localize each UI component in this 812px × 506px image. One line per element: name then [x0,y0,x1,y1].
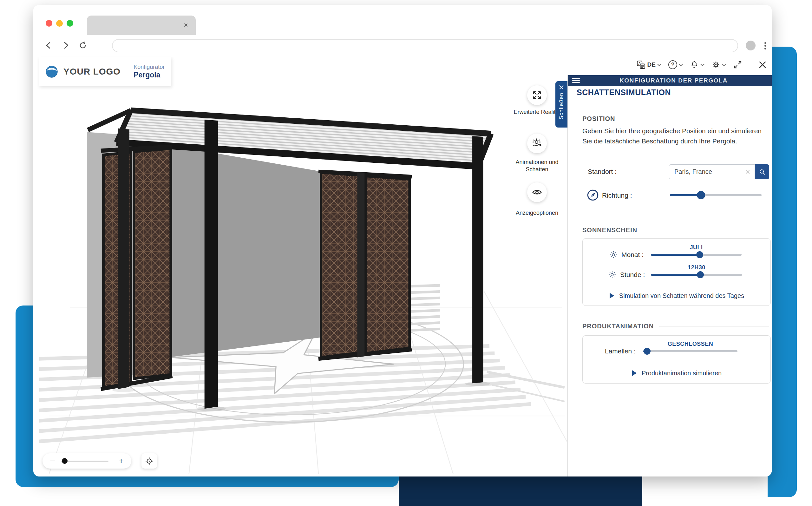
logo-text: YOUR LOGO [64,67,120,77]
simulate-shadows-button[interactable]: Simulation von Schatten während des Tage… [583,289,771,303]
brand-logo-icon [44,64,59,79]
back-button[interactable] [43,40,54,51]
settings-menu[interactable] [711,60,725,69]
gear-icon [711,60,720,69]
product-animation-card: Lamellen : GESCHLOSSEN Produktanimation … [582,335,771,384]
sun-shadow-icon [532,138,542,149]
bell-icon [690,60,699,69]
ar-expand-icon [532,90,542,101]
display-options-button[interactable] [527,182,547,202]
divider [587,284,766,284]
month-slider[interactable]: JULI [651,254,742,256]
zoom-controls: − + [42,453,131,469]
language-label: DE [647,61,656,68]
lattice-panels-right [319,171,412,359]
location-label: Standort : [588,168,617,175]
chevron-down-icon [700,62,705,66]
direction-slider-thumb[interactable] [697,191,705,199]
augmented-reality-button[interactable] [527,85,547,105]
logo-card: YOUR LOGO Konfigurator Pergola [39,57,171,86]
address-bar[interactable] [112,39,738,52]
slider-fill [651,254,700,256]
menu-icon[interactable] [572,78,580,83]
slider-fill [670,194,701,196]
simulate-product-animation-label: Produktanimation simulieren [642,369,722,377]
month-value: JULI [690,244,703,251]
zoom-slider[interactable] [61,460,108,461]
browser-chrome [33,5,772,56]
divider [582,109,769,109]
logo-divider [127,63,127,81]
compass-icon [586,188,600,202]
notifications-menu[interactable] [690,60,703,69]
close-icon[interactable] [559,84,564,90]
sunshine-card: Monat : JULI Stunde : 12H30 S [582,238,771,306]
close-panel-tab[interactable]: Schließen [555,81,567,128]
browser-tab[interactable] [87,15,196,35]
panel-section-title: SCHATTENSIMULATION [577,88,671,97]
slats-slider-thumb[interactable] [644,348,650,355]
slider-fill [651,274,700,276]
animations-shadows-button[interactable] [527,134,547,153]
sun-icon [609,251,618,259]
animations-shadows-label: Animationen und Schatten [513,159,561,174]
zoom-slider-thumb[interactable] [62,458,68,464]
slats-slider[interactable]: GESCHLOSSEN [643,350,737,352]
clear-input-icon[interactable] [744,169,751,175]
month-label: Monat : [621,251,644,259]
chevron-down-icon [722,62,726,66]
slats-label: Lamellen : [605,347,636,355]
location-value: Paris, France [674,168,744,175]
pergola-3d-scene[interactable] [39,84,567,474]
fullscreen-icon[interactable] [733,60,742,70]
product-animation-heading: PRODUKTANIMATION [582,323,769,330]
reload-button[interactable] [77,40,88,51]
chevron-down-icon [657,62,661,66]
window-controls [46,20,73,27]
slats-value: GESCHLOSSEN [668,341,713,347]
tab-close-icon[interactable] [182,21,189,28]
position-description: Geben Sie hier Ihre geografische Positio… [582,126,762,146]
help-icon: ? [668,60,677,69]
zoom-out-button[interactable]: − [49,456,57,466]
location-search-button[interactable] [755,164,769,179]
close-panel-label: Schließen [558,93,565,119]
browser-menu-icon[interactable] [763,40,767,51]
close-window-button[interactable] [46,20,52,27]
sunshine-heading: SONNENSCHEIN [582,227,769,234]
search-icon [758,168,766,176]
close-configurator-icon[interactable] [758,60,767,70]
zoom-in-button[interactable]: + [117,456,125,466]
location-input[interactable]: Paris, France [669,164,755,179]
help-menu[interactable]: ? [668,60,682,69]
translate-icon: A [636,60,646,70]
app-subtitle: Konfigurator [133,64,165,71]
eye-icon [532,187,542,198]
profile-avatar[interactable] [746,40,755,51]
month-slider-thumb[interactable] [696,251,703,258]
panel-header-bar: KONFIGURATION DER PERGOLA [568,75,772,86]
forward-button[interactable] [61,40,72,51]
hour-value: 12H30 [688,264,705,271]
recenter-view-button[interactable] [142,453,157,469]
play-icon [609,292,615,299]
configuration-panel: KONFIGURATION DER PERGOLA SCHATTENSIMULA… [567,75,772,477]
minimize-window-button[interactable] [56,20,63,27]
direction-slider[interactable] [670,194,761,196]
header-toolbar: A DE ? [636,58,767,71]
display-options-label: Anzeigeoptionen [510,209,564,217]
hour-label: Stunde : [620,271,645,278]
panel-header-title: KONFIGURATION DER PERGOLA [580,77,767,84]
crosshair-icon [145,457,154,466]
language-selector[interactable]: A DE [636,60,660,70]
zoom-window-button[interactable] [67,20,73,27]
position-heading: POSITION [582,115,615,122]
app-title: Pergola [133,71,165,80]
back-wall [168,145,327,357]
browser-window: YOUR LOGO Konfigurator Pergola A DE ? [33,5,772,477]
hour-slider-thumb[interactable] [697,271,704,278]
background-accent-right [768,47,797,497]
simulate-product-animation-button[interactable]: Produktanimation simulieren [583,366,771,380]
hour-slider[interactable]: 12H30 [651,274,742,276]
direction-label: Richtung : [602,192,632,199]
